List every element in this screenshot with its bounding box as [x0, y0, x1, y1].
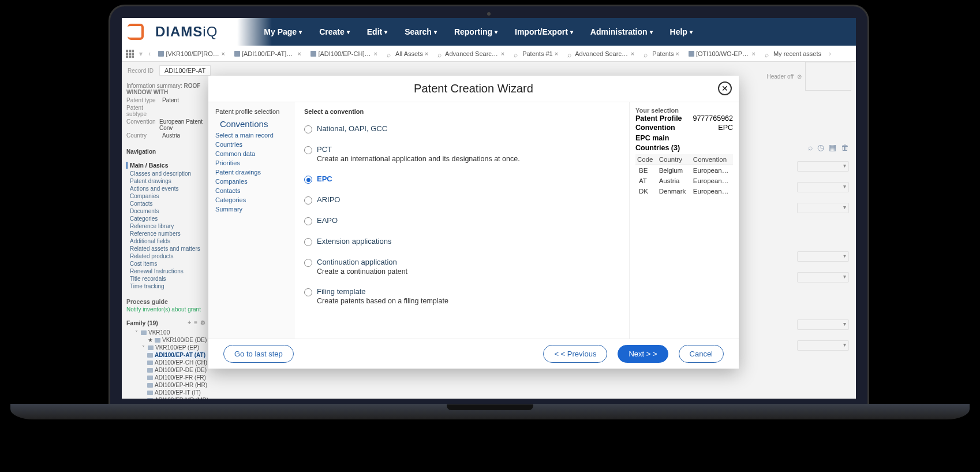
- radio-icon[interactable]: [304, 217, 312, 225]
- nav-help[interactable]: Help▾: [670, 27, 693, 36]
- trash-icon[interactable]: 🗑: [841, 143, 849, 152]
- radio-icon[interactable]: [304, 146, 312, 154]
- nav-main-basics[interactable]: Main / Basics: [126, 162, 213, 169]
- nav-item[interactable]: Additional fields: [126, 237, 213, 245]
- tab-item[interactable]: Patents #1×: [510, 48, 562, 60]
- header-off-label[interactable]: Header off: [766, 73, 794, 80]
- process-guide-link[interactable]: Notify inventor(s) about grant: [126, 305, 213, 314]
- dropdown-field[interactable]: [797, 161, 849, 172]
- tree-node[interactable]: ADI100/EP-DE (DE): [147, 366, 213, 374]
- cancel-button[interactable]: Cancel: [679, 345, 724, 363]
- radio-icon[interactable]: [304, 125, 312, 133]
- nav-mypage[interactable]: My Page▾: [264, 27, 302, 36]
- radio-icon[interactable]: [304, 259, 312, 267]
- nav-item[interactable]: Classes and description: [126, 170, 213, 177]
- step-link[interactable]: Common data: [215, 149, 288, 158]
- dropdown-field[interactable]: [797, 319, 849, 330]
- nav-importexport[interactable]: Import/Export▾: [515, 27, 573, 36]
- step-link[interactable]: Patent drawings: [215, 168, 288, 177]
- nav-item[interactable]: Cost items: [126, 260, 213, 267]
- close-icon[interactable]: ×: [555, 50, 558, 57]
- table-row[interactable]: BEBelgiumEuropean…: [635, 165, 733, 176]
- nav-item[interactable]: Renewal Instructions: [126, 267, 213, 275]
- nav-item[interactable]: Time tracking: [126, 283, 213, 290]
- tab-item[interactable]: My recent assets: [761, 48, 825, 60]
- close-icon[interactable]: ×: [675, 50, 679, 57]
- nav-administration[interactable]: Administration▾: [590, 27, 653, 36]
- dropdown-field[interactable]: [797, 182, 849, 192]
- step-link[interactable]: Countries: [215, 140, 288, 149]
- step-link[interactable]: Companies: [215, 177, 288, 186]
- clock-icon[interactable]: ◷: [817, 143, 824, 152]
- nav-item[interactable]: Actions and events: [126, 185, 213, 192]
- tab-prev-icon[interactable]: ‹: [146, 50, 153, 58]
- dropdown-field[interactable]: [797, 272, 849, 283]
- nav-item[interactable]: Reference library: [126, 222, 213, 230]
- go-to-last-step-button[interactable]: Go to last step: [223, 345, 294, 363]
- tab-item[interactable]: Patents×: [639, 48, 683, 60]
- toggle-icon[interactable]: ⊘: [797, 73, 802, 80]
- option-epc[interactable]: EPC: [304, 171, 620, 192]
- nav-item[interactable]: Patent drawings: [126, 177, 213, 185]
- gear-icon[interactable]: ⚙: [200, 319, 205, 326]
- nav-item[interactable]: Contacts: [126, 200, 213, 207]
- option-extension[interactable]: Extension applications: [304, 233, 620, 254]
- tree-node[interactable]: ˅VKR100/EP (EP): [140, 344, 213, 351]
- option-pct[interactable]: PCTCreate an international application a…: [304, 142, 620, 171]
- close-icon[interactable]: ×: [501, 50, 504, 57]
- tree-node[interactable]: ADI100/EP-MD (MD): [147, 396, 213, 399]
- nav-create[interactable]: Create▾: [319, 27, 350, 36]
- dropdown-field[interactable]: [797, 340, 849, 351]
- option-eapo[interactable]: EAPO: [304, 213, 620, 233]
- step-current[interactable]: Conventions: [215, 117, 288, 131]
- step-link[interactable]: Select a main record: [215, 131, 288, 140]
- close-icon[interactable]: ×: [751, 50, 755, 57]
- tab-chevron-down-icon[interactable]: ▾: [137, 50, 145, 58]
- nav-search[interactable]: Search▾: [405, 27, 437, 36]
- previous-button[interactable]: < < Previous: [543, 345, 607, 363]
- tree-node[interactable]: ˅VKR100: [133, 329, 213, 336]
- nav-item[interactable]: Title recordals: [126, 275, 213, 283]
- close-icon[interactable]: ×: [298, 50, 301, 57]
- tree-node[interactable]: ADI100/EP-CH (CH): [147, 359, 213, 366]
- option-continuation[interactable]: Continuation applicationCreate a continu…: [304, 254, 620, 284]
- tree-node-selected[interactable]: ADI100/EP-AT (AT): [147, 351, 213, 359]
- step-link[interactable]: Priorities: [215, 158, 288, 168]
- close-icon[interactable]: ×: [631, 50, 634, 57]
- step-link[interactable]: Summary: [215, 205, 288, 214]
- tree-node[interactable]: ADI100/EP-FR (FR): [147, 374, 213, 381]
- nav-item[interactable]: Related products: [126, 252, 213, 260]
- table-row[interactable]: ATAustriaEuropean…: [635, 176, 733, 186]
- table-row[interactable]: DKDenmarkEuropean…: [635, 186, 733, 196]
- option-filing-template[interactable]: Filing templateCreate patents based on a…: [304, 284, 620, 313]
- nav-edit[interactable]: Edit▾: [367, 27, 387, 36]
- list-icon[interactable]: ≡: [194, 319, 197, 326]
- tab-item[interactable]: [ADI100/EP-AT]ROO…×: [230, 48, 305, 60]
- radio-icon[interactable]: [304, 176, 312, 184]
- option-aripo[interactable]: ARIPO: [304, 192, 620, 213]
- apps-grid-icon[interactable]: [124, 48, 136, 60]
- tree-node[interactable]: ADI100/EP-HR (HR): [147, 381, 213, 389]
- tab-item[interactable]: [VKR100/EP]ROOF…×: [154, 48, 229, 60]
- tab-item[interactable]: Advanced Search (P…×: [563, 48, 638, 60]
- plus-icon[interactable]: +: [188, 319, 191, 326]
- nav-reporting[interactable]: Reporting▾: [454, 27, 498, 36]
- radio-icon[interactable]: [304, 238, 312, 246]
- tab-next-icon[interactable]: ›: [826, 50, 833, 58]
- nav-item[interactable]: Related assets and matters: [126, 245, 213, 252]
- tab-item[interactable]: [ADI100/EP-CH]RO…×: [306, 48, 381, 60]
- tab-item[interactable]: All Assets×: [383, 48, 432, 60]
- close-icon[interactable]: ×: [374, 50, 377, 57]
- nav-item[interactable]: Documents: [126, 207, 213, 215]
- nav-item[interactable]: Companies: [126, 192, 213, 200]
- search-icon[interactable]: ⌕: [808, 143, 813, 152]
- close-icon[interactable]: ×: [425, 50, 428, 57]
- radio-icon[interactable]: [304, 288, 312, 296]
- nav-item[interactable]: Reference numbers: [126, 230, 213, 237]
- close-icon[interactable]: ×: [222, 50, 225, 57]
- option-national[interactable]: National, OAPI, GCC: [304, 121, 620, 142]
- step-link[interactable]: Contacts: [215, 186, 288, 195]
- dropdown-field[interactable]: [797, 251, 849, 262]
- nav-item[interactable]: Categories: [126, 215, 213, 222]
- step-link[interactable]: Categories: [215, 195, 288, 205]
